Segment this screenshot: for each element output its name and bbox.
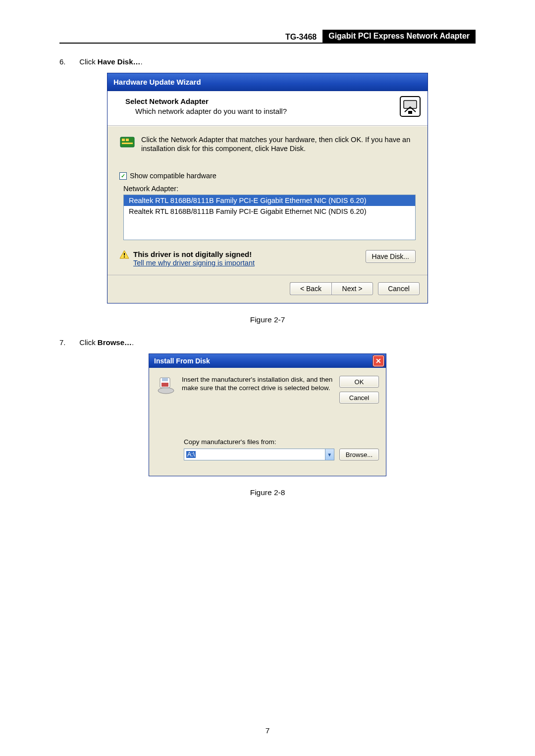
header-spacer — [59, 30, 279, 43]
svg-rect-12 — [161, 383, 168, 387]
checkbox-checked-icon[interactable]: ✓ — [119, 172, 127, 180]
step6-prefix: Click — [79, 57, 98, 66]
header-model: TG-3468 — [279, 30, 322, 43]
page-number: 7 — [0, 726, 535, 735]
wizard-header-title: Select Network Adapter — [125, 97, 421, 105]
network-card-icon — [119, 135, 136, 150]
close-icon[interactable]: ✕ — [373, 355, 384, 366]
install-from-disk-dialog: Install From Disk ✕ Insert the manufactu… — [149, 353, 386, 476]
browse-button[interactable]: Browse... — [339, 449, 379, 460]
svg-rect-6 — [122, 143, 133, 144]
svg-rect-4 — [122, 139, 125, 141]
step6-num: 6. — [59, 57, 77, 66]
floppy-disk-icon — [156, 376, 176, 396]
step6-bold: Have Disk… — [98, 57, 141, 66]
network-adapter-list-label: Network Adapter: — [123, 185, 419, 193]
warning-icon — [119, 250, 129, 259]
cancel-button[interactable]: Cancel — [378, 282, 420, 295]
dialog-titlebar[interactable]: Install From Disk ✕ — [149, 354, 386, 368]
svg-rect-7 — [124, 253, 125, 255]
doc-header: TG-3468 Gigabit PCI Express Network Adap… — [59, 30, 476, 44]
driver-not-signed-warning: This driver is not digitally signed! — [133, 250, 366, 258]
wizard-body-text: Click the Network Adapter that matches y… — [141, 135, 419, 153]
svg-rect-8 — [124, 256, 125, 257]
step6-instruction: 6. Click Have Disk…. — [59, 57, 476, 66]
show-compatible-label: Show compatible hardware — [130, 172, 216, 180]
cancel-button[interactable]: Cancel — [339, 392, 379, 403]
wizard-body: Click the Network Adapter that matches y… — [107, 126, 428, 275]
svg-point-9 — [158, 388, 174, 394]
step7-prefix: Click — [79, 338, 98, 347]
step7-num: 7. — [59, 338, 77, 347]
driver-signing-link[interactable]: Tell me why driver signing is important — [133, 259, 255, 267]
svg-rect-5 — [126, 139, 129, 141]
wizard-titlebar[interactable]: Hardware Update Wizard — [107, 73, 428, 91]
copy-from-label: Copy manufacturer's files from: — [184, 438, 379, 446]
network-adapter-listbox[interactable]: Realtek RTL 8168B/8111B Family PCI-E Gig… — [123, 195, 416, 240]
wizard-footer: < Back Next > Cancel — [107, 275, 428, 303]
drive-combobox-value: A:\ — [186, 451, 196, 458]
show-compatible-checkbox-row[interactable]: ✓ Show compatible hardware — [119, 172, 419, 180]
svg-rect-11 — [162, 378, 168, 381]
wizard-header: Select Network Adapter Which network ada… — [107, 91, 428, 126]
step7-instruction: 7. Click Browse…. — [59, 338, 476, 347]
next-button[interactable]: Next > — [331, 282, 373, 295]
list-item[interactable]: Realtek RTL 8168B/8111B Family PCI-E Gig… — [124, 195, 415, 206]
dialog-body-text: Insert the manufacturer's installation d… — [182, 376, 333, 393]
step7-bold: Browse… — [98, 338, 132, 347]
ok-button[interactable]: OK — [339, 376, 379, 388]
svg-rect-2 — [408, 111, 412, 114]
drive-combobox[interactable]: A:\ ▼ — [184, 449, 334, 460]
chevron-down-icon[interactable]: ▼ — [325, 449, 334, 460]
figure-2-7-caption: Figure 2-7 — [59, 315, 476, 324]
step6-suffix: . — [141, 57, 143, 66]
hardware-update-wizard-window: Hardware Update Wizard Select Network Ad… — [107, 73, 428, 303]
network-adapter-icon — [400, 96, 421, 117]
header-title: Gigabit PCI Express Network Adapter — [322, 30, 476, 43]
back-button[interactable]: < Back — [290, 282, 331, 295]
have-disk-button[interactable]: Have Disk... — [366, 250, 416, 263]
wizard-header-subtitle: Which network adapter do you want to ins… — [135, 107, 421, 115]
dialog-body: Insert the manufacturer's installation d… — [149, 368, 386, 476]
list-item[interactable]: Realtek RTL 8168B/8111B Family PCI-E Gig… — [124, 206, 415, 217]
figure-2-8-caption: Figure 2-8 — [59, 488, 476, 497]
step7-suffix: . — [132, 338, 134, 347]
dialog-title: Install From Disk — [154, 357, 210, 365]
